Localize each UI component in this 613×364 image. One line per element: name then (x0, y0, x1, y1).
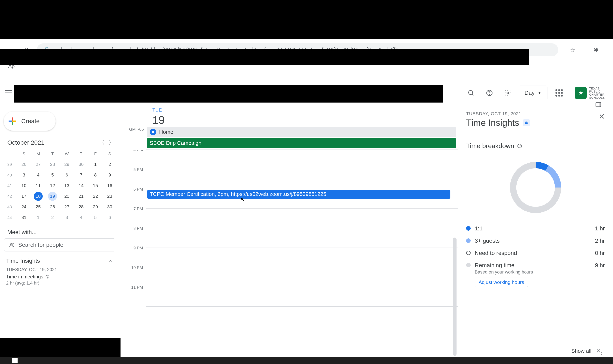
mini-day[interactable]: 24 (17, 202, 31, 212)
mini-day[interactable]: 5 (88, 212, 103, 223)
gear-icon[interactable] (502, 87, 513, 98)
mini-day[interactable]: 2 (45, 212, 60, 223)
mini-day[interactable]: 29 (88, 202, 103, 212)
mini-cal-header: October 2021 〈 〉 (2, 139, 117, 146)
mini-day[interactable]: 18 (31, 191, 45, 202)
legend-item[interactable]: 1:11 hr (466, 225, 605, 232)
allday-event[interactable]: SBOE Drip Campaign (147, 138, 456, 148)
mini-prev-icon[interactable]: 〈 (99, 139, 104, 146)
mini-day[interactable]: 30 (103, 202, 117, 212)
mini-day[interactable]: 26 (45, 202, 60, 212)
hour-slots[interactable]: TCPC Member Certification, 6pm, https://… (146, 150, 458, 364)
close-icon[interactable]: ✕ (596, 348, 601, 354)
mini-calendar[interactable]: SMTWTFS 39262728293012403456789411011121… (2, 148, 117, 223)
mini-day[interactable]: 26 (17, 159, 31, 170)
mini-next-icon[interactable]: 〉 (109, 139, 114, 146)
extensions-icon[interactable]: ✱ (587, 46, 605, 53)
mini-day[interactable]: 31 (17, 212, 31, 223)
scrollbar[interactable] (453, 238, 456, 356)
mini-day[interactable]: 6 (103, 212, 117, 223)
mini-day[interactable]: 3 (17, 170, 31, 180)
mini-day[interactable]: 20 (60, 191, 74, 202)
mini-day[interactable]: 11 (31, 180, 45, 191)
mini-day[interactable]: 30 (74, 159, 88, 170)
mini-day[interactable]: 27 (31, 159, 45, 170)
mini-day[interactable]: 14 (74, 180, 88, 191)
mini-day[interactable]: 13 (60, 180, 74, 191)
donut-chart (466, 158, 605, 217)
mini-day[interactable]: 9 (103, 170, 117, 180)
hour-slot[interactable] (146, 228, 458, 248)
mini-day[interactable]: 8 (88, 170, 103, 180)
legend-item[interactable]: 3+ guests2 hr (466, 238, 605, 244)
hour-grid[interactable]: 4 PM5 PM6 PM7 PM8 PM9 PM10 PM11 PM TCPC … (122, 150, 458, 364)
day-number[interactable]: 19 (152, 114, 458, 126)
org-logo[interactable]: TEXAS PUBLIC CHARTER SCHOOLS (575, 87, 605, 99)
create-button[interactable]: Create (4, 112, 56, 131)
adjust-hours-button[interactable]: Adjust working hours (475, 278, 528, 287)
mini-day[interactable]: 1 (31, 212, 45, 223)
mini-day[interactable]: 28 (74, 202, 88, 212)
help-icon[interactable] (517, 143, 522, 149)
downloads-bar[interactable]: Show all ✕ (571, 348, 601, 354)
legend-item[interactable]: Remaining timeBased on your working hour… (466, 262, 605, 287)
legend-label: Need to respond (475, 250, 591, 256)
windows-start-icon[interactable] (12, 358, 18, 363)
mini-dow: T (45, 148, 60, 159)
breakdown-heading: Time breakdown (466, 142, 605, 150)
search-icon[interactable] (466, 87, 477, 98)
main-menu-icon[interactable] (2, 87, 14, 99)
hour-label: 9 PM (122, 246, 146, 265)
hour-slot[interactable] (146, 248, 458, 267)
sidebar-time-insights[interactable]: Time Insights TUESDAY, OCT 19, 2021 Time… (2, 258, 117, 286)
hour-slot[interactable] (146, 150, 458, 169)
mini-day[interactable]: 1 (88, 159, 103, 170)
svg-point-11 (47, 276, 48, 276)
hour-label: 8 PM (122, 226, 146, 246)
mini-dow: W (60, 148, 74, 159)
mini-day[interactable]: 21 (74, 191, 88, 202)
search-people-input[interactable]: Search for people (4, 238, 115, 251)
mini-day[interactable]: 3 (60, 212, 74, 223)
mini-day[interactable]: 28 (45, 159, 60, 170)
plus-icon (8, 117, 17, 126)
bookmark-star-icon[interactable]: ☆ (564, 46, 582, 53)
mini-day[interactable]: 23 (103, 191, 117, 202)
breakdown-legend: 1:11 hr3+ guests2 hrNeed to respond0 hrR… (466, 225, 605, 287)
mini-day[interactable]: 4 (74, 212, 88, 223)
chevron-up-icon[interactable] (108, 258, 113, 263)
redaction-bar (0, 338, 120, 357)
mini-day[interactable]: 22 (88, 191, 103, 202)
legend-item[interactable]: Need to respond0 hr (466, 250, 605, 256)
browser-chrome: → ⟳ 🔒 calendar.google.com/calendar/u/0/r… (0, 39, 613, 80)
hour-slot[interactable] (146, 267, 458, 287)
calendar-event[interactable]: TCPC Member Certification, 6pm, https://… (147, 190, 450, 199)
working-location-chip[interactable]: Home (147, 127, 456, 137)
svg-line-3 (472, 94, 473, 95)
mini-day[interactable]: 10 (17, 180, 31, 191)
mini-day[interactable]: 27 (60, 202, 74, 212)
show-all-label[interactable]: Show all (571, 348, 591, 354)
view-selector[interactable]: Day▼ (519, 86, 548, 100)
allday-row[interactable]: Home SBOE Drip Campaign (146, 126, 458, 150)
hour-slot[interactable] (146, 208, 458, 228)
mini-day[interactable]: 29 (60, 159, 74, 170)
ti-title: Time Insights (6, 258, 40, 264)
mini-day[interactable]: 5 (45, 170, 60, 180)
mini-day[interactable]: 16 (103, 180, 117, 191)
mini-day[interactable]: 19 (45, 191, 60, 202)
mini-day[interactable]: 6 (60, 170, 74, 180)
google-apps-icon[interactable] (554, 87, 565, 98)
close-icon[interactable]: ✕ (599, 112, 605, 121)
mini-day[interactable]: 25 (31, 202, 45, 212)
mini-day[interactable]: 7 (74, 170, 88, 180)
hour-slot[interactable] (146, 169, 458, 189)
mini-day[interactable]: 15 (88, 180, 103, 191)
mini-day[interactable]: 2 (103, 159, 117, 170)
mini-day[interactable]: 17 (17, 191, 31, 202)
mini-day[interactable]: 12 (45, 180, 60, 191)
hour-slot[interactable] (146, 287, 458, 307)
monitor-bezel (0, 0, 613, 39)
help-icon[interactable] (484, 87, 495, 98)
mini-day[interactable]: 4 (31, 170, 45, 180)
